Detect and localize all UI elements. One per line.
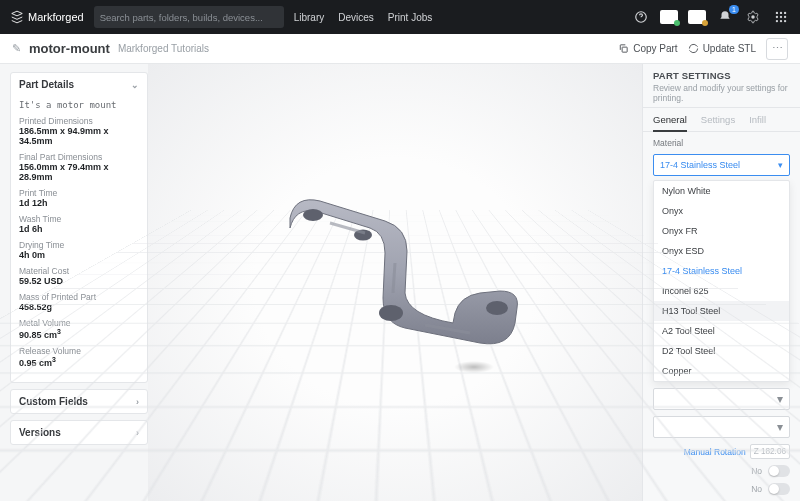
tab-infill[interactable]: Infill [749,114,766,131]
copy-icon [618,43,629,54]
nav: Library Devices Print Jobs [294,12,433,23]
toggle-1[interactable] [768,465,790,477]
final-dim-label: Final Part Dimensions [19,152,139,162]
material-option[interactable]: Onyx FR [654,221,789,241]
markforged-icon [10,10,24,24]
part-name[interactable]: motor-mount [29,41,110,56]
gear-icon[interactable] [744,8,762,26]
svg-point-1 [751,15,755,19]
settings-tabs: General Settings Infill [643,108,800,132]
svg-point-13 [379,305,403,321]
svg-point-2 [776,12,778,14]
svg-point-10 [784,20,786,22]
print-time-label: Print Time [19,188,139,198]
printer-ok-icon[interactable] [660,8,678,26]
svg-point-12 [303,209,323,221]
svg-rect-11 [622,47,627,52]
copy-part-button[interactable]: Copy Part [618,43,677,54]
help-icon[interactable] [632,8,650,26]
more-menu-button[interactable]: ⋯ [766,38,788,60]
svg-point-6 [780,16,782,18]
nav-devices[interactable]: Devices [338,12,374,23]
copy-part-label: Copy Part [633,43,677,54]
part-settings-subtitle: Review and modify your settings for prin… [653,83,790,103]
svg-point-8 [776,20,778,22]
pencil-icon[interactable]: ✎ [12,42,21,55]
toggle-2[interactable] [768,483,790,495]
tab-settings[interactable]: Settings [701,114,735,131]
bell-icon[interactable]: 1 [716,8,734,26]
part-settings-title: PART SETTINGS [653,70,790,81]
3d-canvas[interactable] [148,64,642,501]
printed-dim-label: Printed Dimensions [19,116,139,126]
part-settings-header: PART SETTINGS Review and modify your set… [643,64,800,108]
bell-badge: 1 [729,5,739,14]
svg-point-7 [784,16,786,18]
tab-general[interactable]: General [653,114,687,132]
material-option[interactable]: Onyx [654,201,789,221]
svg-point-4 [784,12,786,14]
nav-library[interactable]: Library [294,12,325,23]
breadcrumb[interactable]: Markforged Tutorials [118,43,209,54]
header-right: 1 [632,8,790,26]
apps-icon[interactable] [772,8,790,26]
svg-point-14 [486,301,508,315]
printer-warn-icon[interactable] [688,8,706,26]
update-stl-button[interactable]: Update STL [688,43,756,54]
material-selected-value: 17-4 Stainless Steel [660,160,740,170]
svg-point-3 [780,12,782,14]
wash-time-label: Wash Time [19,214,139,224]
part-description: It's a motor mount [19,100,139,110]
nav-print-jobs[interactable]: Print Jobs [388,12,432,23]
material-option[interactable]: Nylon White [654,181,789,201]
final-dim-value: 156.0mm x 79.4mm x 28.9mm [19,162,139,182]
brand-logo[interactable]: Markforged [10,10,84,24]
subheader: ✎ motor-mount Markforged Tutorials Copy … [0,34,800,64]
chevron-down-icon: ▾ [778,160,783,170]
chevron-down-icon: ⌄ [131,80,139,90]
print-time-value: 1d 12h [19,198,139,208]
material-select[interactable]: 17-4 Stainless Steel ▾ [653,154,790,176]
svg-point-9 [780,20,782,22]
brand-text: Markforged [28,11,84,23]
part-details-header[interactable]: Part Details ⌄ [11,73,147,96]
printed-dim-value: 186.5mm x 94.9mm x 34.5mm [19,126,139,146]
svg-point-5 [776,16,778,18]
top-header: Markforged Search parts, folders, builds… [0,0,800,34]
part-render [235,173,555,373]
search-input[interactable]: Search parts, folders, builds, devices..… [94,6,284,28]
wash-time-value: 1d 6h [19,224,139,234]
search-placeholder: Search parts, folders, builds, devices..… [100,12,263,23]
refresh-icon [688,43,699,54]
part-details-title: Part Details [19,79,74,90]
main: Part Details ⌄ It's a motor mount Printe… [0,64,800,501]
material-label: Material [653,138,790,148]
update-stl-label: Update STL [703,43,756,54]
